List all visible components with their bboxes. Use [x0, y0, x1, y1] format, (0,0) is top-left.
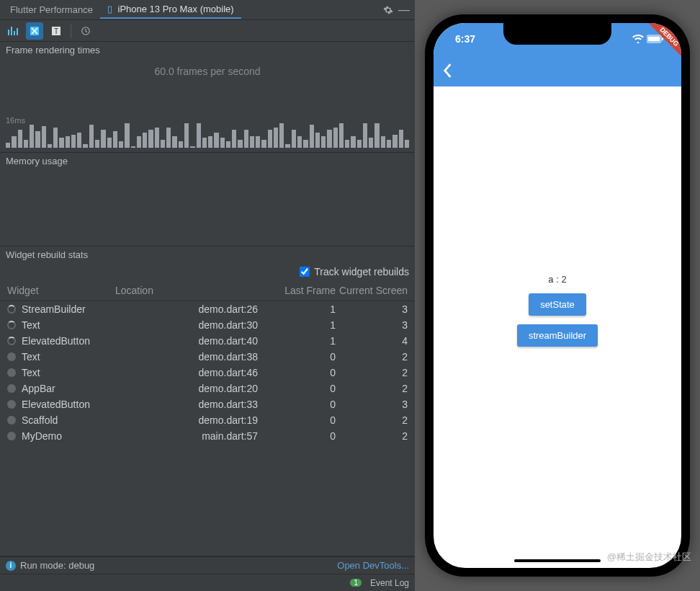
frame-bar — [374, 123, 379, 148]
table-row[interactable]: StreamBuilderdemo.dart:2613 — [0, 301, 415, 317]
counter-label: a : 2 — [548, 274, 566, 285]
frame-bar — [232, 130, 236, 148]
frame-section-title: Frame rendering times — [0, 42, 415, 58]
ios-time: 6:37 — [455, 33, 475, 45]
frame-bar — [190, 146, 194, 148]
minimize-icon[interactable]: — — [396, 2, 412, 18]
tab-flutter-performance[interactable]: Flutter Performance — [3, 1, 100, 18]
widget-last-frame: 1 — [279, 303, 336, 315]
track-rebuilds-label: Track widget rebuilds — [314, 266, 409, 277]
widget-current-screen: 2 — [336, 430, 408, 442]
frame-bar — [24, 140, 28, 148]
frame-bar — [369, 138, 373, 148]
widget-current-screen: 4 — [336, 335, 408, 347]
frame-bar — [303, 140, 308, 148]
widget-last-frame: 0 — [279, 367, 336, 378]
tool-highlight-icon[interactable] — [26, 22, 43, 40]
frame-bar — [399, 130, 403, 148]
frame-bar — [30, 125, 34, 148]
frame-bar — [208, 136, 212, 148]
frame-bar — [357, 140, 362, 148]
frame-bar — [268, 130, 272, 148]
frame-bar — [339, 123, 344, 148]
frame-bar — [321, 136, 326, 148]
frame-bar — [53, 128, 58, 148]
frame-bar — [297, 136, 302, 148]
frame-bar — [197, 123, 201, 148]
settings-icon[interactable] — [380, 2, 396, 18]
event-log-link[interactable]: Event Log — [370, 578, 409, 588]
open-devtools-link[interactable]: Open DevTools... — [337, 560, 409, 571]
phone-icon: ▯ — [107, 4, 112, 14]
table-row[interactable]: ElevatedButtondemo.dart:3303 — [0, 396, 415, 412]
frame-bar — [244, 130, 248, 148]
table-row[interactable]: Textdemo.dart:3013 — [0, 317, 415, 333]
frame-bar — [148, 130, 153, 148]
streambuilder-button[interactable]: streamBuilder — [517, 324, 598, 347]
rebuild-dot-icon — [7, 305, 16, 314]
rebuild-dot-icon — [7, 384, 16, 393]
col-last-frame[interactable]: Last Frame — [279, 285, 336, 296]
memory-section-title: Memory usage — [0, 153, 415, 169]
widget-current-screen: 2 — [336, 414, 408, 426]
tab-device[interactable]: ▯ iPhone 13 Pro Max (mobile) — [100, 1, 241, 19]
rebuild-dot-icon — [7, 352, 16, 361]
track-rebuilds-checkbox[interactable] — [300, 267, 310, 277]
frame-bar — [238, 140, 242, 148]
frame-bar — [6, 143, 10, 148]
frame-bar — [77, 133, 81, 148]
frame-bar — [113, 131, 117, 148]
widget-name: StreamBuilder — [22, 303, 86, 315]
frame-bar — [95, 140, 99, 148]
frame-bar — [279, 123, 284, 148]
table-row[interactable]: Textdemo.dart:3802 — [0, 349, 415, 365]
frame-bar — [327, 130, 331, 148]
widget-name: Text — [22, 367, 40, 378]
table-row[interactable]: MyDemomain.dart:5702 — [0, 428, 415, 444]
frame-bar — [125, 123, 129, 148]
frame-bar — [155, 128, 159, 148]
widget-location: demo.dart:40 — [115, 335, 279, 347]
back-icon[interactable] — [442, 63, 452, 79]
table-row[interactable]: AppBardemo.dart:2002 — [0, 381, 415, 396]
frame-bar — [315, 133, 320, 148]
frame-bar — [12, 136, 16, 148]
home-indicator[interactable] — [514, 559, 601, 562]
tool-bars-icon[interactable] — [4, 22, 22, 40]
widget-current-screen: 3 — [336, 399, 408, 410]
widget-location: main.dart:57 — [115, 430, 279, 442]
tool-text-icon[interactable]: T — [48, 22, 65, 40]
col-location[interactable]: Location — [115, 285, 279, 296]
frame-bar — [172, 136, 176, 148]
run-mode-label: Run mode: debug — [20, 560, 94, 571]
frame-bar — [66, 136, 70, 148]
frame-bar — [292, 130, 296, 148]
svg-rect-9 — [648, 37, 660, 42]
frame-bar — [214, 133, 218, 148]
frame-bar — [119, 141, 123, 148]
frame-bar — [345, 140, 349, 148]
setstate-button[interactable]: setState — [529, 293, 586, 316]
table-row[interactable]: Textdemo.dart:4602 — [0, 365, 415, 381]
widget-name: Scaffold — [22, 414, 58, 426]
table-row[interactable]: ElevatedButtondemo.dart:4014 — [0, 333, 415, 349]
tool-clock-icon[interactable] — [77, 22, 94, 40]
table-row[interactable]: Scaffolddemo.dart:1902 — [0, 412, 415, 428]
frame-bar — [363, 123, 367, 148]
widget-location: demo.dart:26 — [115, 303, 279, 315]
col-current-screen[interactable]: Current Screen — [336, 285, 408, 296]
widget-last-frame: 1 — [279, 335, 336, 347]
frame-bar — [220, 138, 225, 148]
col-widget[interactable]: Widget — [7, 285, 115, 296]
widget-current-screen: 3 — [336, 319, 408, 331]
frame-bar — [48, 144, 52, 148]
frame-bar — [351, 136, 355, 148]
rebuild-dot-icon — [7, 321, 16, 329]
widget-name: ElevatedButton — [22, 335, 90, 347]
widget-location: demo.dart:19 — [115, 414, 279, 426]
rebuild-dot-icon — [7, 400, 16, 409]
tab-device-label: iPhone 13 Pro Max (mobile) — [118, 4, 234, 14]
rebuild-dot-icon — [7, 432, 16, 440]
widget-name: Text — [22, 319, 40, 331]
notch — [503, 23, 611, 45]
